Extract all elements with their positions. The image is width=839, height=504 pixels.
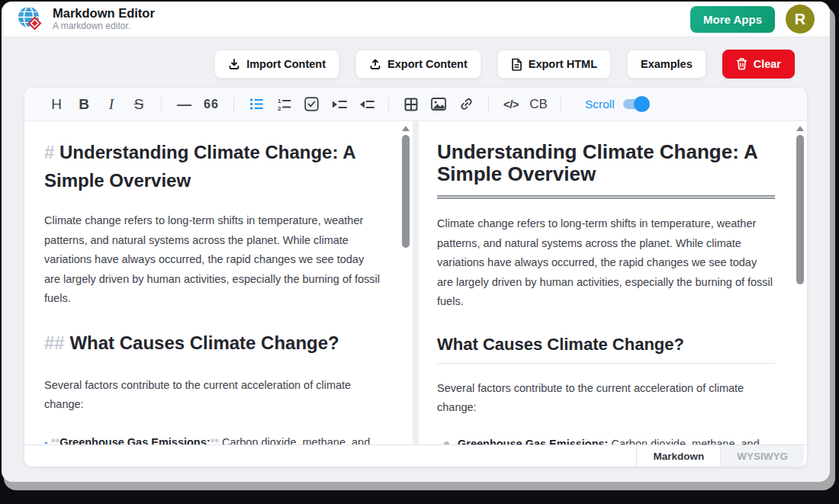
strikethrough-button[interactable]: S xyxy=(125,92,153,117)
preview-pane-scrollbar[interactable] xyxy=(795,124,805,442)
toolbar-separator xyxy=(488,97,489,112)
preview-heading2: What Causes Climate Change? xyxy=(437,329,775,364)
editor-panes: # Understanding Climate Change: A Simple… xyxy=(24,121,807,445)
horizontal-rule-icon: — xyxy=(177,96,191,113)
task-list-icon xyxy=(304,97,319,111)
blockquote-button[interactable]: 66 xyxy=(198,92,225,117)
markdown-source-content: # Understanding Climate Change: A Simple… xyxy=(24,121,413,445)
inline-code-icon: </> xyxy=(503,98,519,111)
app-logo-globe-icon xyxy=(17,5,44,33)
outdent-icon xyxy=(358,98,374,111)
markdown-source-pane[interactable]: # Understanding Climate Change: A Simple… xyxy=(24,121,413,445)
inline-code-button[interactable]: </> xyxy=(497,92,525,117)
export-content-label: Export Content xyxy=(387,58,468,70)
h2-text: What Causes Climate Change? xyxy=(69,332,339,353)
table-icon xyxy=(404,98,418,111)
preview-heading1: Understanding Climate Change: A Simple O… xyxy=(437,138,775,199)
italic-icon: I xyxy=(109,96,114,113)
clear-button[interactable]: Clear xyxy=(722,50,795,79)
toolbar-separator xyxy=(161,97,162,112)
formatting-toolbar: H B I S — 66 1 2 xyxy=(24,88,807,121)
code-block-icon: CB xyxy=(529,97,548,112)
svg-text:1: 1 xyxy=(278,98,281,104)
heading-icon: H xyxy=(51,96,62,113)
heading-button[interactable]: H xyxy=(43,92,70,117)
page-title: Markdown Editor xyxy=(53,6,155,21)
list-item: Greenhouse Gas Emissions: Carbon dioxide… xyxy=(437,435,775,445)
link-button[interactable] xyxy=(452,92,480,117)
ordered-list-icon: 1 2 xyxy=(277,97,291,111)
bullet-list-button[interactable] xyxy=(243,92,270,117)
toolbar-separator xyxy=(561,97,561,112)
h2-marker: ## xyxy=(44,332,65,353)
upload-icon xyxy=(369,58,381,70)
scroll-sync-toggle[interactable] xyxy=(623,99,648,109)
md-heading1-line: # Understanding Climate Change: A Simple… xyxy=(44,138,381,194)
preview-content: Understanding Climate Change: A Simple O… xyxy=(419,121,807,445)
toolbar-separator xyxy=(388,97,389,112)
app-title-block: Markdown Editor A markdown editor. xyxy=(53,6,155,32)
preview-pane: Understanding Climate Change: A Simple O… xyxy=(419,121,807,445)
app-window: Markdown Editor A markdown editor. More … xyxy=(2,2,830,482)
toggle-knob xyxy=(634,96,650,112)
preview-paragraph: Climate change refers to long-term shift… xyxy=(437,214,775,312)
image-icon xyxy=(431,98,446,111)
scroll-sync-control[interactable]: Scroll xyxy=(585,98,648,111)
export-html-label: Export HTML xyxy=(529,58,597,70)
svg-text:2: 2 xyxy=(278,105,281,112)
strikethrough-icon: S xyxy=(134,96,144,113)
outdent-button[interactable] xyxy=(352,92,380,117)
page-subtitle: A markdown editor. xyxy=(53,21,155,32)
blockquote-icon: 66 xyxy=(204,98,219,111)
scrollbar-thumb[interactable] xyxy=(402,135,410,248)
task-list-button[interactable] xyxy=(297,92,325,117)
user-avatar[interactable]: R xyxy=(786,5,815,34)
toolbar-separator xyxy=(233,97,234,112)
h1-marker: # xyxy=(44,142,54,162)
export-content-button[interactable]: Export Content xyxy=(355,50,481,79)
horizontal-rule-button[interactable]: — xyxy=(170,92,198,117)
md-heading2-line: ## What Causes Climate Change? xyxy=(44,330,381,356)
examples-label: Examples xyxy=(641,58,693,70)
app-header: Markdown Editor A markdown editor. More … xyxy=(2,2,830,37)
document-icon xyxy=(511,58,522,71)
code-block-button[interactable]: CB xyxy=(525,92,552,117)
scroll-up-arrow-icon[interactable] xyxy=(402,126,410,131)
examples-button[interactable]: Examples xyxy=(627,50,706,79)
bottom-tab-bar: Markdown WYSIWYG xyxy=(24,445,807,467)
bold-button[interactable]: B xyxy=(70,92,98,117)
clear-label: Clear xyxy=(754,58,781,70)
source-pane-scrollbar[interactable] xyxy=(400,124,410,442)
indent-icon xyxy=(331,98,347,111)
h1-text: Understanding Climate Change: A Simple O… xyxy=(44,142,355,191)
preview-bullet-list: Greenhouse Gas Emissions: Carbon dioxide… xyxy=(437,435,775,445)
import-content-label: Import Content xyxy=(246,58,326,70)
preview-paragraph: Several factors contribute to the curren… xyxy=(437,379,775,418)
bullet-list-icon xyxy=(249,97,264,111)
image-button[interactable] xyxy=(425,92,452,117)
export-html-button[interactable]: Export HTML xyxy=(497,50,611,79)
scrollbar-thumb[interactable] xyxy=(796,135,804,284)
trash-icon xyxy=(736,58,747,70)
md-paragraph: Climate change refers to long-term shift… xyxy=(44,211,381,309)
editor-card: H B I S — 66 1 2 xyxy=(24,88,807,467)
table-button[interactable] xyxy=(397,92,425,117)
more-apps-button[interactable]: More Apps xyxy=(690,6,775,33)
link-icon xyxy=(459,97,474,111)
scroll-up-arrow-icon[interactable] xyxy=(796,126,804,131)
tab-markdown[interactable]: Markdown xyxy=(636,445,721,467)
import-content-button[interactable]: Import Content xyxy=(214,50,339,79)
italic-button[interactable]: I xyxy=(98,92,125,117)
md-list-block: - **Greenhouse Gas Emissions:** Carbon d… xyxy=(44,433,381,445)
scroll-sync-label: Scroll xyxy=(585,98,615,111)
md-list-line: - **Greenhouse Gas Emissions:** Carbon d… xyxy=(44,433,381,445)
md-paragraph: Several factors contribute to the curren… xyxy=(44,376,381,415)
action-buttons-row: Import Content Export Content Export HTM… xyxy=(24,50,795,79)
bold-icon: B xyxy=(79,96,89,113)
indent-button[interactable] xyxy=(325,92,352,117)
ordered-list-button[interactable]: 1 2 xyxy=(270,92,297,117)
download-icon xyxy=(228,58,240,70)
tab-wysiwyg[interactable]: WYSIWYG xyxy=(721,445,804,467)
